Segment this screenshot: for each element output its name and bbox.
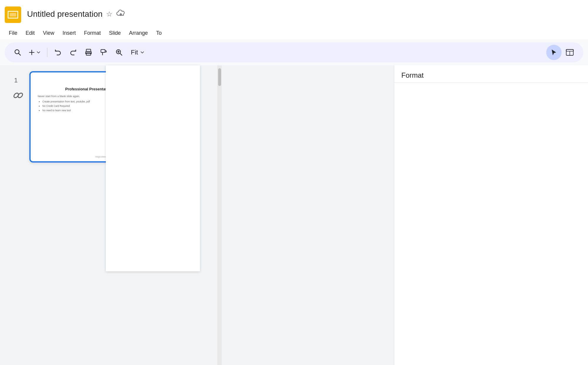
- scrollbar-thumb[interactable]: [218, 68, 221, 86]
- svg-rect-5: [86, 49, 91, 52]
- main-content: 1 MagicSlides: [0, 65, 588, 365]
- undo-button[interactable]: [51, 45, 65, 59]
- menu-format[interactable]: Format: [80, 28, 105, 38]
- toolbar-divider-1: [47, 48, 47, 57]
- menu-view[interactable]: View: [39, 28, 59, 38]
- toolbar: Fit: [5, 42, 583, 62]
- search-button[interactable]: [11, 45, 25, 59]
- menu-tools[interactable]: To: [152, 28, 166, 38]
- text-tool-button[interactable]: [562, 45, 577, 60]
- star-icon[interactable]: ☆: [106, 10, 113, 18]
- menu-arrange[interactable]: Arrange: [125, 28, 152, 38]
- presentation-title[interactable]: Untitled presentation: [27, 9, 103, 19]
- slide-link-icon: [12, 89, 25, 103]
- menu-slide[interactable]: Slide: [105, 28, 125, 38]
- cursor-tools: [546, 45, 577, 60]
- vertical-divider-scrollbar: [218, 65, 222, 365]
- print-button[interactable]: [81, 45, 96, 59]
- format-panel-title: Format: [394, 65, 588, 83]
- menu-bar: File Edit View Insert Format Slide Arran…: [0, 26, 588, 39]
- svg-line-2: [19, 53, 21, 55]
- menu-edit[interactable]: Edit: [21, 28, 39, 38]
- format-panel: Format: [394, 65, 588, 365]
- insert-button[interactable]: [26, 45, 44, 59]
- svg-rect-8: [101, 49, 105, 52]
- redo-button[interactable]: [66, 45, 80, 59]
- header: Untitled presentation ☆: [0, 0, 588, 26]
- cloud-save-icon: [116, 9, 126, 19]
- menu-file[interactable]: File: [5, 28, 21, 38]
- slide-number-1: 1: [14, 74, 22, 84]
- title-section: Untitled presentation ☆: [27, 9, 126, 20]
- main-slide-canvas[interactable]: [106, 65, 200, 271]
- zoom-label: Fit: [131, 49, 138, 56]
- zoom-selector[interactable]: Fit: [127, 45, 148, 59]
- menu-insert[interactable]: Insert: [59, 28, 80, 38]
- svg-line-11: [120, 53, 122, 55]
- zoom-in-button[interactable]: [112, 45, 126, 59]
- select-tool-button[interactable]: [546, 45, 562, 60]
- title-row: Untitled presentation ☆: [27, 9, 126, 19]
- app-icon: [5, 6, 21, 23]
- paint-format-button[interactable]: [97, 45, 111, 59]
- svg-rect-6: [86, 53, 91, 55]
- canvas-area: [222, 65, 394, 365]
- svg-point-7: [90, 53, 91, 53]
